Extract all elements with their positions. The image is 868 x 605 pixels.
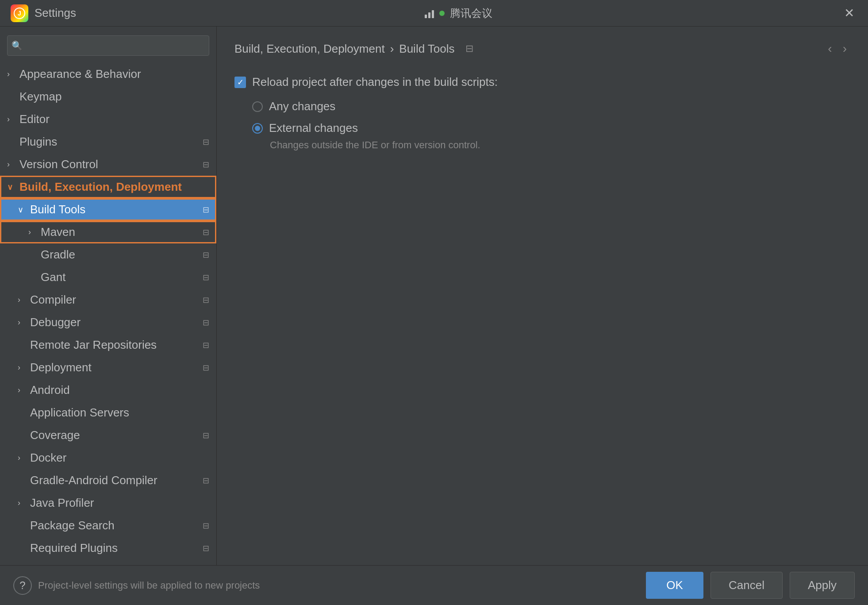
- center-app-label: 腾讯会议: [450, 6, 492, 20]
- sidebar-item-label: Remote Jar Repositories: [30, 338, 157, 352]
- sidebar-item-appearance[interactable]: › Appearance & Behavior: [0, 63, 216, 85]
- breadcrumb-parent: Build, Execution, Deployment: [234, 42, 385, 56]
- gear-icon: ⊟: [203, 273, 209, 282]
- titlebar-left: J Settings: [11, 4, 76, 22]
- sidebar-item-editor[interactable]: › Editor: [0, 108, 216, 131]
- chevron-icon: ›: [18, 385, 27, 395]
- sidebar-item-run-targets[interactable]: Run Targets ⊟: [0, 559, 216, 565]
- sidebar-item-android[interactable]: › Android: [0, 379, 216, 401]
- sidebar-item-label: Version Control: [19, 158, 98, 171]
- titlebar: J Settings 腾讯会议 ✕: [0, 0, 868, 27]
- help-button[interactable]: ?: [13, 576, 32, 595]
- sidebar-item-docker[interactable]: › Docker: [0, 447, 216, 469]
- sidebar-item-keymap[interactable]: Keymap: [0, 85, 216, 108]
- window-title: Settings: [35, 6, 76, 20]
- titlebar-center: 腾讯会议: [425, 6, 492, 20]
- sidebar-item-required-plugins[interactable]: Required Plugins ⊟: [0, 537, 216, 559]
- close-button[interactable]: ✕: [841, 5, 857, 21]
- app-icon: J: [11, 4, 28, 22]
- sidebar-item-java-profiler[interactable]: › Java Profiler: [0, 492, 216, 514]
- footer-hint: Project-level settings will be applied t…: [38, 580, 260, 591]
- gear-icon: ⊟: [203, 318, 209, 328]
- status-dot: [439, 11, 445, 16]
- search-input[interactable]: [7, 35, 209, 56]
- sidebar-item-label: Compiler: [30, 293, 76, 307]
- settings-dialog: 🔍 › Appearance & Behavior Keymap › Edito…: [0, 27, 868, 605]
- chevron-spacer: [18, 408, 27, 417]
- breadcrumb-current: Build Tools: [399, 42, 454, 56]
- sidebar-item-label: Deployment: [30, 361, 92, 374]
- search-icon: 🔍: [12, 40, 23, 51]
- radio-row-external: External changes: [252, 121, 850, 135]
- sidebar: 🔍 › Appearance & Behavior Keymap › Edito…: [0, 27, 217, 565]
- sidebar-item-gant[interactable]: Gant ⊟: [0, 266, 216, 289]
- radio-any-changes[interactable]: [252, 101, 263, 112]
- sidebar-item-label: Build, Execution, Deployment: [19, 180, 182, 194]
- sidebar-item-gradle-android[interactable]: Gradle-Android Compiler ⊟: [0, 469, 216, 492]
- forward-button[interactable]: ›: [839, 40, 850, 58]
- gear-icon: ⊟: [203, 227, 209, 237]
- gear-icon: ⊟: [203, 295, 209, 305]
- radio-external-hint: Changes outside the IDE or from version …: [252, 139, 850, 151]
- chevron-icon: ∨: [18, 205, 27, 215]
- sidebar-item-maven[interactable]: › Maven ⊟: [0, 221, 216, 243]
- chevron-spacer: [18, 543, 27, 553]
- sidebar-item-label: Package Search: [30, 519, 115, 532]
- chevron-icon: ›: [18, 453, 27, 462]
- sidebar-item-label: Gradle: [41, 248, 75, 262]
- sidebar-item-plugins[interactable]: Plugins ⊟: [0, 131, 216, 153]
- sidebar-item-compiler[interactable]: › Compiler ⊟: [0, 289, 216, 311]
- sidebar-item-app-servers[interactable]: Application Servers: [0, 401, 216, 424]
- sidebar-item-label: Editor: [19, 112, 50, 126]
- sidebar-item-gradle[interactable]: Gradle ⊟: [0, 243, 216, 266]
- gear-icon: ⊟: [203, 340, 209, 350]
- chevron-icon: ›: [18, 318, 27, 327]
- back-button[interactable]: ‹: [824, 40, 835, 58]
- gear-icon: ⊟: [203, 250, 209, 260]
- reload-row: ✓ Reload project after changes in the bu…: [234, 75, 850, 89]
- chevron-icon: ›: [18, 295, 27, 304]
- sidebar-item-build-tools[interactable]: ∨ Build Tools ⊟: [0, 198, 216, 221]
- radio-group: Any changes External changes Changes out…: [234, 100, 850, 151]
- chevron-spacer: [18, 476, 27, 485]
- search-box[interactable]: 🔍: [7, 35, 209, 56]
- sidebar-item-remote-jar[interactable]: Remote Jar Repositories ⊟: [0, 334, 216, 356]
- sidebar-item-label: Docker: [30, 451, 66, 465]
- sidebar-item-label: Maven: [41, 225, 75, 239]
- reload-label: Reload project after changes in the buil…: [252, 75, 498, 89]
- sidebar-item-debugger[interactable]: › Debugger ⊟: [0, 311, 216, 334]
- chevron-spacer: [28, 273, 37, 282]
- dialog-footer: ? Project-level settings will be applied…: [0, 565, 868, 605]
- sidebar-item-label: Keymap: [19, 90, 61, 104]
- sidebar-item-package-search[interactable]: Package Search ⊟: [0, 514, 216, 537]
- chevron-icon: ›: [28, 227, 37, 237]
- sidebar-item-build-exec-deploy[interactable]: ∨ Build, Execution, Deployment: [0, 176, 216, 198]
- sidebar-item-version-control[interactable]: › Version Control ⊟: [0, 153, 216, 176]
- radio-any-label: Any changes: [269, 100, 335, 113]
- chevron-spacer: [7, 137, 16, 146]
- chevron-icon: ›: [18, 363, 27, 372]
- gear-icon: ⊟: [203, 205, 209, 215]
- gear-icon: ⊟: [203, 543, 209, 553]
- gear-icon: ⊟: [203, 160, 209, 170]
- signal-icon: [425, 8, 434, 18]
- sidebar-item-label: Application Servers: [30, 406, 129, 420]
- content-area: Build, Execution, Deployment › Build Too…: [217, 27, 868, 565]
- reload-checkbox[interactable]: ✓: [234, 77, 246, 88]
- chevron-icon: ∨: [7, 182, 16, 192]
- sidebar-item-coverage[interactable]: Coverage ⊟: [0, 424, 216, 447]
- sidebar-item-label: Appearance & Behavior: [19, 67, 141, 81]
- dialog-body: 🔍 › Appearance & Behavior Keymap › Edito…: [0, 27, 868, 565]
- radio-external-label: External changes: [269, 121, 358, 135]
- footer-left: ? Project-level settings will be applied…: [13, 576, 260, 595]
- radio-external-changes[interactable]: [252, 123, 263, 134]
- ok-button[interactable]: OK: [646, 572, 703, 599]
- sidebar-item-deployment[interactable]: › Deployment ⊟: [0, 356, 216, 379]
- chevron-spacer: [18, 521, 27, 530]
- sidebar-item-label: Debugger: [30, 316, 81, 329]
- cancel-button[interactable]: Cancel: [711, 572, 783, 599]
- sidebar-item-label: Plugins: [19, 135, 57, 149]
- gear-icon: ⊟: [203, 363, 209, 373]
- apply-button[interactable]: Apply: [790, 572, 855, 599]
- chevron-icon: ›: [7, 115, 16, 124]
